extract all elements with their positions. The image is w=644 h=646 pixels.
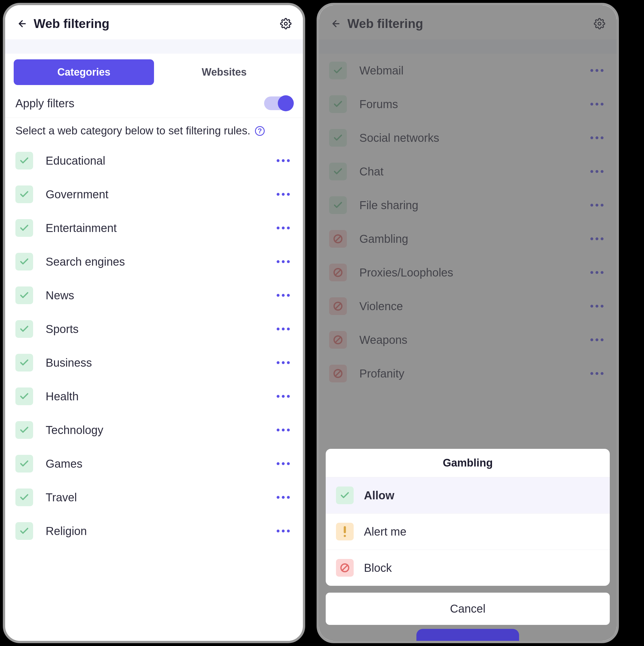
block-icon [340, 563, 350, 573]
more-options-button[interactable] [274, 459, 293, 468]
sheet-option-allow[interactable]: Allow [326, 477, 610, 513]
check-icon [19, 155, 29, 166]
check-icon [19, 223, 29, 233]
instruction-row: Select a web category below to set filte… [5, 118, 303, 144]
back-button[interactable] [16, 17, 28, 30]
toggle-knob [278, 95, 294, 111]
check-icon [19, 425, 29, 435]
category-list: EducationalGovernmentEntertainmentSearch… [5, 144, 303, 641]
status-badge-allow [15, 320, 33, 338]
status-badge-alert [336, 523, 354, 540]
category-row: Business [15, 346, 293, 380]
option-label: Alert me [364, 525, 406, 538]
status-badge-allow [15, 287, 33, 304]
status-badge-allow [336, 487, 354, 504]
status-badge-allow [15, 152, 33, 170]
category-row: Search engines [15, 245, 293, 279]
category-label: Sports [46, 323, 261, 336]
option-label: Allow [364, 489, 394, 502]
status-badge-allow [15, 455, 33, 472]
category-label: Travel [46, 491, 261, 504]
sheet-title: Gambling [326, 449, 610, 477]
alert-icon [343, 526, 347, 537]
status-badge-allow [15, 522, 33, 540]
category-row: Travel [15, 480, 293, 514]
more-options-button[interactable] [274, 190, 293, 199]
status-badge-allow [15, 253, 33, 271]
check-icon [19, 189, 29, 199]
category-label: Technology [46, 424, 261, 437]
apply-filters-toggle[interactable] [264, 96, 293, 110]
status-badge-block [336, 559, 354, 577]
more-options-button[interactable] [274, 426, 293, 434]
settings-button[interactable] [279, 17, 292, 30]
category-label: Health [46, 390, 261, 403]
cancel-button[interactable]: Cancel [326, 593, 610, 625]
category-row: Health [15, 380, 293, 413]
apply-filters-row: Apply filters [5, 91, 303, 118]
bottom-handle [416, 629, 519, 641]
apply-filters-label: Apply filters [15, 97, 75, 110]
category-row: Sports [15, 312, 293, 346]
more-options-button[interactable] [274, 527, 293, 535]
more-options-button[interactable] [274, 325, 293, 333]
category-row: News [15, 279, 293, 312]
option-label: Block [364, 561, 392, 574]
category-label: Educational [46, 154, 261, 167]
check-icon [340, 490, 350, 501]
more-options-button[interactable] [274, 493, 293, 502]
category-label: Games [46, 457, 261, 470]
status-badge-allow [15, 489, 33, 506]
tab-websites[interactable]: Websites [154, 59, 294, 85]
status-badge-allow [15, 421, 33, 439]
more-options-button[interactable] [274, 392, 293, 401]
category-row: Technology [15, 413, 293, 447]
modal-overlay[interactable]: Gambling AllowAlert meBlock Cancel [319, 5, 617, 641]
gear-icon [280, 18, 291, 29]
check-icon [19, 290, 29, 301]
more-options-button[interactable] [274, 156, 293, 165]
svg-rect-14 [344, 526, 346, 533]
check-icon [19, 458, 29, 469]
check-icon [19, 391, 29, 402]
arrow-left-icon [17, 18, 27, 29]
svg-rect-15 [344, 535, 346, 537]
help-button[interactable]: ? [255, 126, 265, 136]
divider-bar [5, 39, 303, 53]
check-icon [19, 256, 29, 267]
action-sheet: Gambling AllowAlert meBlock [326, 449, 610, 586]
category-row: Games [15, 447, 293, 480]
status-badge-allow [15, 354, 33, 371]
screen-left: Web filtering Categories Websites Apply … [3, 3, 305, 643]
check-icon [19, 357, 29, 368]
more-options-button[interactable] [274, 224, 293, 232]
svg-point-1 [284, 22, 287, 25]
tab-categories[interactable]: Categories [14, 59, 154, 85]
header-bar: Web filtering [5, 5, 303, 39]
category-label: Entertainment [46, 222, 261, 234]
category-row: Entertainment [15, 211, 293, 245]
check-icon [19, 526, 29, 536]
sheet-option-block[interactable]: Block [326, 550, 610, 586]
tabs: Categories Websites [5, 53, 303, 91]
screen-right: Web filtering WebmailForumsSocial networ… [316, 3, 619, 643]
more-options-button[interactable] [274, 291, 293, 300]
category-label: Government [46, 188, 261, 201]
more-options-button[interactable] [274, 358, 293, 367]
category-label: News [46, 289, 261, 302]
more-options-button[interactable] [274, 257, 293, 266]
sheet-option-alert[interactable]: Alert me [326, 513, 610, 550]
category-label: Business [46, 356, 261, 369]
check-icon [19, 492, 29, 503]
category-label: Search engines [46, 255, 261, 268]
status-badge-allow [15, 219, 33, 237]
status-badge-allow [15, 186, 33, 203]
svg-line-17 [342, 565, 348, 571]
category-row: Government [15, 178, 293, 211]
category-row: Educational [15, 144, 293, 178]
status-badge-allow [15, 388, 33, 405]
instruction-text: Select a web category below to set filte… [15, 125, 250, 137]
page-title: Web filtering [34, 16, 279, 31]
check-icon [19, 324, 29, 334]
category-row: Religion [15, 514, 293, 548]
